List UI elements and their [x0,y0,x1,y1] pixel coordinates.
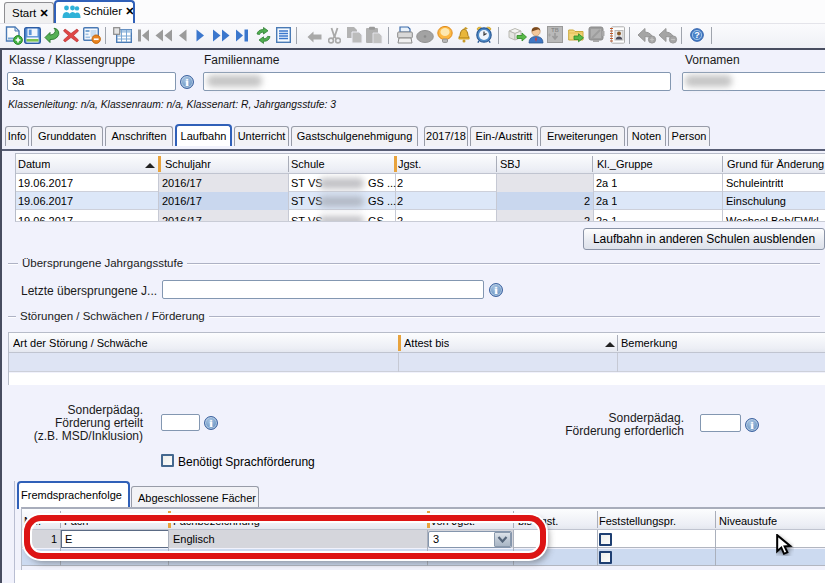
svg-text:TB: TB [551,27,558,33]
svg-text:?: ? [694,30,700,40]
